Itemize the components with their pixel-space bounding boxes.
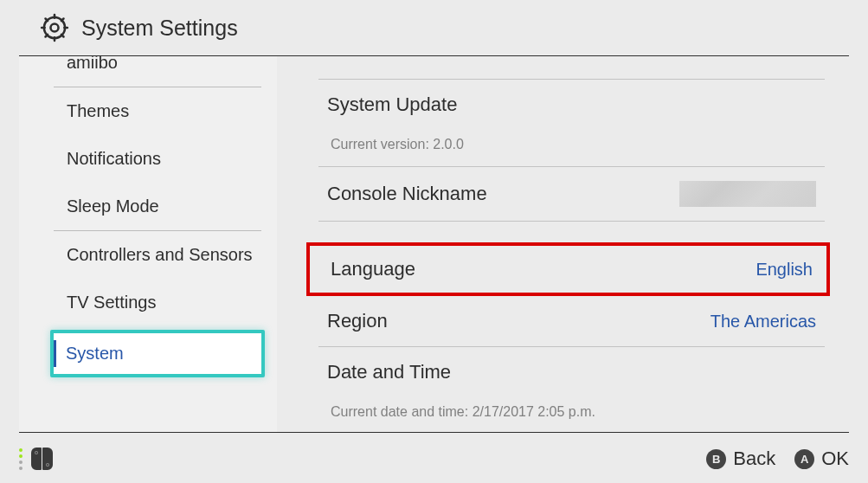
row-label: Region (327, 310, 388, 332)
language-highlight: Language English (306, 242, 830, 296)
sidebar: amiibo Themes Notifications Sleep Mode C… (19, 56, 277, 432)
row-value: English (755, 260, 813, 280)
row-system-update[interactable]: System Update (318, 80, 825, 130)
b-button-icon: B (706, 449, 726, 469)
ok-button[interactable]: A OK (794, 448, 849, 470)
row-language[interactable]: Language English (310, 246, 826, 293)
content: System Update Current version: 2.0.0 Con… (277, 56, 849, 432)
main-area: amiibo Themes Notifications Sleep Mode C… (19, 55, 849, 433)
svg-line-9 (61, 19, 64, 22)
row-value: The Americas (710, 312, 816, 332)
svg-point-0 (50, 23, 58, 31)
ok-label: OK (821, 448, 849, 470)
nickname-redacted (679, 181, 816, 207)
sidebar-item-themes[interactable]: Themes (19, 87, 277, 135)
back-label: Back (733, 448, 775, 470)
sidebar-item-system[interactable]: System (50, 330, 265, 377)
row-hidden-above[interactable] (318, 56, 825, 79)
row-datetime[interactable]: Date and Time (318, 347, 825, 397)
page-title: System Settings (81, 16, 238, 41)
system-update-subtext: Current version: 2.0.0 (318, 130, 825, 166)
row-console-nickname[interactable]: Console Nickname (318, 167, 825, 221)
header: System Settings (0, 0, 868, 55)
datetime-subtext: Current date and time: 2/17/2017 2:05 p.… (318, 397, 825, 420)
back-button[interactable]: B Back (706, 448, 775, 470)
row-label: Date and Time (327, 361, 451, 383)
svg-line-6 (46, 19, 48, 22)
sidebar-item-controllers[interactable]: Controllers and Sensors (19, 231, 277, 279)
sidebar-item-tvsettings[interactable]: TV Settings (19, 279, 277, 326)
sidebar-item-amiibo[interactable]: amiibo (19, 56, 277, 87)
joycon-icon (31, 448, 53, 470)
controller-indicator (19, 448, 53, 470)
svg-line-7 (61, 35, 64, 37)
row-label: Language (331, 258, 415, 280)
row-label: Console Nickname (327, 183, 487, 205)
sidebar-item-sleepmode[interactable]: Sleep Mode (19, 183, 277, 230)
footer: B Back A OK (19, 435, 849, 483)
row-label: System Update (327, 93, 457, 116)
gear-icon (40, 13, 69, 42)
row-region[interactable]: Region The Americas (318, 296, 825, 346)
sidebar-item-notifications[interactable]: Notifications (19, 135, 277, 183)
svg-line-8 (46, 35, 48, 37)
a-button-icon: A (794, 449, 814, 469)
